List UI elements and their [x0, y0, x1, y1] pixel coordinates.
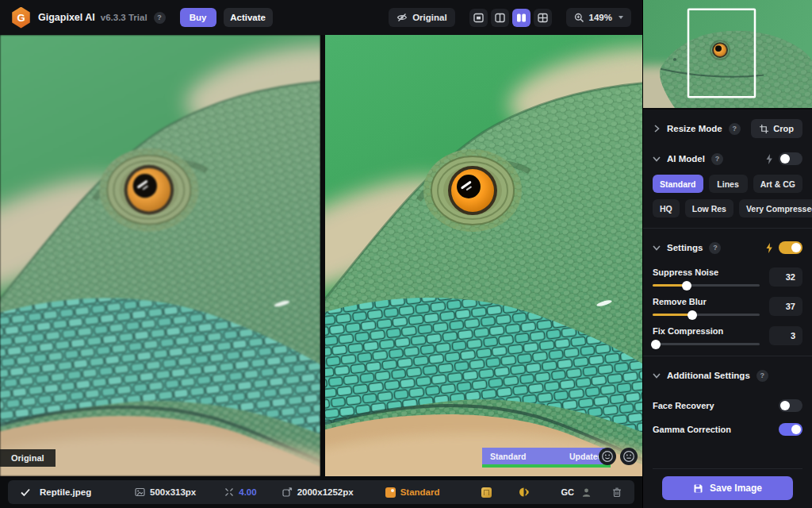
gigapixel-logo-icon: G — [11, 7, 31, 29]
crop-button[interactable]: Crop — [751, 119, 802, 138]
check-icon — [21, 488, 30, 497]
settings-section: Settings ? — [653, 238, 802, 257]
gamma-correction-row: Gamma Correction — [653, 423, 802, 436]
gamma-correction-label: Gamma Correction — [653, 425, 731, 434]
model-button-row-1: Standard Lines Art & CG — [653, 175, 802, 193]
badge-model-label: Standard — [490, 452, 527, 461]
scale-icon — [224, 487, 234, 497]
output-size-value: 2000x1252px — [297, 487, 354, 497]
fix-compression-value[interactable]: 3 — [769, 326, 802, 345]
ai-model-chip-icon — [385, 487, 396, 498]
chevron-down-icon[interactable] — [653, 244, 661, 251]
gigapixel-app-window: G Gigapixel AI v6.3.3 Trial ? Buy Activa… — [0, 0, 812, 508]
original-image-panel[interactable]: Original — [0, 35, 320, 476]
slider-handle[interactable] — [651, 340, 661, 349]
view-mode-group — [469, 9, 552, 27]
lightning-icon — [765, 243, 773, 253]
model-hq-button[interactable]: HQ — [653, 199, 680, 217]
processed-image-panel[interactable]: Standard Updated — [325, 35, 642, 476]
resize-mode-section: Resize Mode ? Crop — [653, 119, 802, 138]
face-recovery-toggle[interactable] — [779, 399, 802, 412]
save-image-button[interactable]: Save Image — [662, 476, 793, 500]
ai-model-help-icon[interactable]: ? — [711, 153, 723, 165]
status-bar: Reptile.jpeg 500x313px 4.00 2000x — [0, 476, 642, 508]
app-version: v6.3.3 Trial — [101, 13, 147, 22]
save-area: Save Image — [653, 468, 802, 508]
zoom-in-icon — [574, 13, 584, 23]
model-button-row-2: HQ Low Res Very Compressed — [653, 199, 802, 217]
settings-sidebar: Resize Mode ? Crop AI Model ? — [642, 0, 812, 508]
model-standard-button[interactable]: Standard — [653, 175, 703, 193]
slider-handle[interactable] — [688, 310, 697, 320]
suppress-noise-slider[interactable] — [653, 284, 760, 287]
unhappy-face-icon[interactable] — [620, 448, 638, 465]
remove-blur-value[interactable]: 37 — [769, 297, 802, 316]
navigation-thumbnail[interactable] — [643, 0, 812, 110]
show-original-toggle[interactable]: Original — [389, 8, 454, 27]
chevron-down-icon[interactable] — [653, 156, 661, 162]
badge-status-label: Updated — [569, 452, 603, 461]
remove-blur-slider[interactable] — [653, 314, 760, 316]
fix-compression-slider[interactable] — [653, 343, 760, 345]
additional-settings-help-icon[interactable]: ? — [756, 370, 768, 382]
source-size-value: 500x313px — [150, 487, 196, 497]
activate-button[interactable]: Activate — [224, 8, 273, 27]
ai-model-section: AI Model ? — [653, 149, 802, 168]
fix-compression-slider-block: Fix Compression 3 — [653, 326, 802, 345]
preview-area: Original Standard Updated — [0, 35, 642, 476]
noise-setting-icon — [481, 487, 492, 498]
chevron-right-icon[interactable] — [653, 125, 661, 133]
gamma-correction-badge: GC — [561, 487, 575, 497]
model-very-compressed-button[interactable]: Very Compressed — [739, 199, 812, 217]
original-lizard-image — [0, 35, 320, 476]
happy-face-icon[interactable] — [599, 448, 616, 465]
app-title: Gigapixel AI — [38, 12, 95, 23]
ai-model-auto-toggle[interactable] — [779, 152, 802, 165]
filename-label[interactable]: Reptile.jpeg — [40, 487, 91, 497]
split-view-button[interactable] — [491, 9, 509, 27]
model-art-cg-button[interactable]: Art & CG — [753, 175, 802, 193]
thumbnail-lizard-image — [643, 0, 812, 108]
gamma-correction-toggle[interactable] — [779, 423, 802, 436]
output-size-metric: 2000x1252px — [282, 487, 354, 497]
face-recovery-row: Face Recovery — [653, 399, 802, 412]
suppress-noise-slider-block: Suppress Noise 32 — [653, 267, 802, 287]
buy-button[interactable]: Buy — [180, 8, 216, 27]
result-status-badge: Standard Updated — [482, 448, 611, 468]
feedback-buttons — [599, 448, 638, 465]
suppress-noise-value[interactable]: 32 — [769, 267, 802, 287]
eye-slash-icon — [396, 13, 408, 22]
remove-blur-slider-block: Remove Blur 37 — [653, 297, 802, 316]
lightning-icon — [765, 154, 773, 164]
fix-compression-label: Fix Compression — [653, 326, 760, 336]
active-model-value: Standard — [400, 487, 440, 497]
original-image-tag: Original — [0, 449, 56, 467]
active-model-metric: Standard — [385, 487, 440, 498]
model-lines-button[interactable]: Lines — [709, 175, 748, 193]
resize-mode-help-icon[interactable]: ? — [729, 123, 741, 135]
scale-factor-metric[interactable]: 4.00 — [224, 487, 256, 497]
blur-setting-icon — [519, 487, 530, 498]
chevron-down-icon[interactable] — [653, 372, 661, 379]
trash-icon[interactable] — [612, 487, 622, 498]
model-low-res-button[interactable]: Low Res — [685, 199, 733, 217]
help-icon[interactable]: ? — [154, 12, 166, 24]
single-view-button[interactable] — [469, 9, 488, 27]
slider-handle[interactable] — [682, 281, 691, 291]
save-image-label: Save Image — [710, 483, 762, 494]
resize-mode-label[interactable]: Resize Mode — [667, 124, 722, 133]
settings-help-icon[interactable]: ? — [709, 242, 721, 254]
side-by-side-view-button[interactable] — [512, 9, 530, 27]
upscaled-lizard-image — [325, 35, 642, 476]
ai-model-label[interactable]: AI Model — [667, 154, 705, 164]
zoom-level-value: 149% — [589, 13, 612, 22]
additional-settings-label[interactable]: Additional Settings — [667, 371, 750, 380]
source-size-metric: 500x313px — [135, 487, 196, 497]
section-divider — [643, 356, 812, 356]
settings-label[interactable]: Settings — [667, 243, 703, 252]
suppress-noise-label: Suppress Noise — [653, 267, 760, 277]
image-size-icon — [135, 487, 145, 497]
settings-auto-toggle[interactable] — [779, 241, 802, 254]
zoom-level-control[interactable]: 149% — [566, 8, 631, 27]
quad-view-button[interactable] — [534, 9, 552, 27]
